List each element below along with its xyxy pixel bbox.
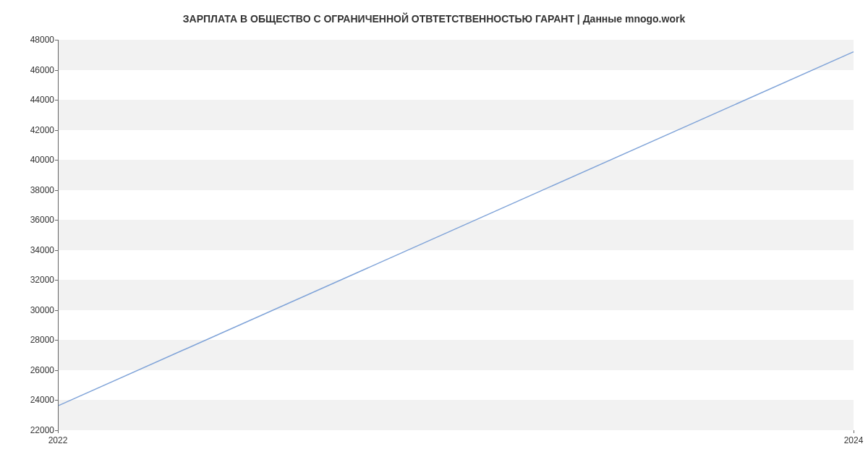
- y-tick-mark: [55, 400, 58, 401]
- y-tick-label: 32000: [18, 275, 54, 285]
- x-tick-mark: [854, 430, 854, 433]
- y-tick-label: 24000: [18, 395, 54, 405]
- y-tick-label: 30000: [18, 305, 54, 315]
- y-tick-label: 22000: [18, 425, 54, 435]
- y-tick-mark: [55, 70, 58, 71]
- y-tick-label: 34000: [18, 245, 54, 255]
- x-tick-label: 2022: [48, 435, 68, 445]
- y-tick-label: 40000: [18, 155, 54, 165]
- y-tick-mark: [55, 40, 58, 40]
- y-tick-mark: [55, 100, 58, 101]
- y-tick-mark: [55, 280, 58, 281]
- y-tick-label: 42000: [18, 125, 54, 135]
- y-tick-mark: [55, 160, 58, 161]
- y-tick-mark: [55, 370, 58, 371]
- y-tick-label: 38000: [18, 185, 54, 195]
- y-tick-label: 44000: [18, 95, 54, 105]
- y-tick-label: 36000: [18, 215, 54, 225]
- y-tick-mark: [55, 250, 58, 251]
- line-series: [59, 40, 854, 430]
- y-tick-mark: [55, 310, 58, 311]
- y-tick-label: 46000: [18, 65, 54, 75]
- chart-title: ЗАРПЛАТА В ОБЩЕСТВО С ОГРАНИЧЕННОЙ ОТВТЕ…: [0, 13, 868, 25]
- x-tick-label: 2024: [844, 435, 864, 445]
- x-tick-mark: [58, 430, 59, 433]
- y-tick-label: 48000: [18, 35, 54, 45]
- data-line: [59, 52, 854, 406]
- y-tick-mark: [55, 220, 58, 221]
- chart-container: ЗАРПЛАТА В ОБЩЕСТВО С ОГРАНИЧЕННОЙ ОТВТЕ…: [0, 0, 868, 470]
- y-tick-mark: [55, 130, 58, 131]
- y-tick-mark: [55, 190, 58, 191]
- plot-area: [58, 40, 854, 430]
- y-tick-mark: [55, 340, 58, 341]
- y-tick-label: 26000: [18, 365, 54, 375]
- y-tick-label: 28000: [18, 335, 54, 345]
